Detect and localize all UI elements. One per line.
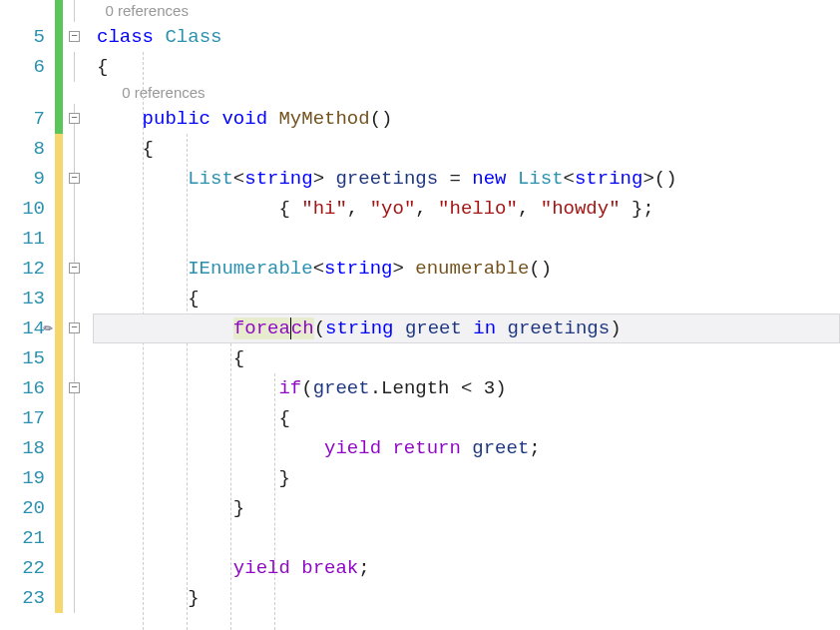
line-number: ✎14 bbox=[0, 314, 45, 343]
code-line[interactable]: { "hi", "yo", "hello", "howdy" }; bbox=[93, 194, 840, 224]
line-number: 18 bbox=[0, 433, 45, 463]
line-number: 12 bbox=[0, 254, 45, 284]
code-line[interactable]: } bbox=[93, 493, 840, 523]
code-line[interactable]: if(greet.Length < 3) bbox=[93, 373, 840, 403]
code-line[interactable] bbox=[93, 224, 840, 254]
line-number: 21 bbox=[0, 523, 45, 553]
line-number: 22 bbox=[0, 553, 45, 583]
code-line[interactable]: { bbox=[93, 52, 840, 82]
code-line[interactable]: { bbox=[93, 284, 840, 314]
fold-toggle[interactable]: − bbox=[69, 382, 80, 393]
codelens-references[interactable]: 0 references bbox=[93, 0, 840, 22]
code-line[interactable] bbox=[93, 523, 840, 553]
code-line[interactable]: yield return greet; bbox=[93, 433, 840, 463]
fold-toggle[interactable]: − bbox=[69, 263, 80, 274]
code-line[interactable]: { bbox=[93, 134, 840, 164]
line-number-gutter: 5 6 7 8 9 10 11 12 13 ✎14 15 16 17 18 19… bbox=[0, 0, 55, 630]
line-number: 15 bbox=[0, 343, 45, 373]
code-line[interactable]: class Class bbox=[93, 22, 840, 52]
line-number: 19 bbox=[0, 463, 45, 493]
fold-toggle[interactable]: − bbox=[69, 322, 80, 333]
line-number: 6 bbox=[0, 52, 45, 82]
fold-toggle[interactable]: − bbox=[69, 113, 80, 124]
fold-toggle[interactable]: − bbox=[69, 31, 80, 42]
line-number: 8 bbox=[0, 134, 45, 164]
line-number: 11 bbox=[0, 224, 45, 254]
code-line[interactable]: yield break; bbox=[93, 553, 840, 583]
code-line[interactable]: { bbox=[93, 343, 840, 373]
code-editor[interactable]: 5 6 7 8 9 10 11 12 13 ✎14 15 16 17 18 19… bbox=[0, 0, 840, 630]
fold-gutter: − − − − − − bbox=[63, 0, 93, 630]
line-number: 9 bbox=[0, 164, 45, 194]
code-line[interactable]: } bbox=[93, 583, 840, 613]
fold-toggle[interactable]: − bbox=[69, 173, 80, 184]
code-line[interactable]: } bbox=[93, 463, 840, 493]
line-number: 13 bbox=[0, 284, 45, 314]
code-line[interactable]: { bbox=[93, 403, 840, 433]
codelens-references[interactable]: 0 references bbox=[93, 82, 840, 104]
line-number: 16 bbox=[0, 373, 45, 403]
line-number: 23 bbox=[0, 583, 45, 613]
code-line[interactable]: List<string> greetings = new List<string… bbox=[93, 164, 840, 194]
code-line[interactable]: IEnumerable<string> enumerable() bbox=[93, 254, 840, 284]
line-number: 7 bbox=[0, 104, 45, 134]
line-number: 17 bbox=[0, 403, 45, 433]
change-margin bbox=[55, 0, 63, 630]
code-line[interactable]: public void MyMethod() bbox=[93, 104, 840, 134]
line-number: 20 bbox=[0, 493, 45, 523]
line-number: 10 bbox=[0, 194, 45, 224]
code-content[interactable]: 0 references class Class { 0 references … bbox=[93, 0, 840, 630]
line-number: 5 bbox=[0, 22, 45, 52]
code-line-current[interactable]: foreach(string greet in greetings) bbox=[93, 314, 840, 343]
